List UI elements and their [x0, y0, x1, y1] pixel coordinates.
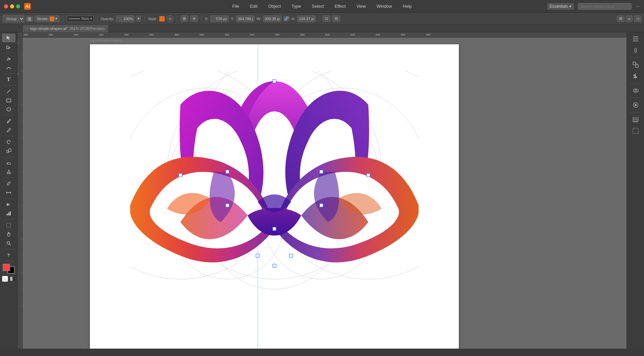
svg-rect-103	[273, 264, 276, 267]
grid-view-btn[interactable]: ⊞	[617, 15, 625, 22]
search-input[interactable]	[578, 3, 632, 10]
list-view-btn[interactable]: ≡	[626, 15, 633, 22]
tabbar: × logo-simple-shapes.ai* 361% (RGB/Previ…	[0, 25, 644, 32]
menu-view[interactable]: View	[355, 2, 368, 10]
align-panel-btn-side[interactable]	[629, 71, 642, 82]
arrange-btn[interactable]: ⊞	[26, 16, 33, 22]
transform-panel-btn[interactable]	[629, 59, 642, 70]
measure-tool-btn[interactable]	[2, 188, 15, 197]
canvas-work[interactable]: logo-simple-shapes	[23, 38, 627, 349]
svg-line-8	[7, 163, 8, 164]
style-color[interactable]	[159, 16, 165, 21]
h-input[interactable]	[297, 15, 316, 22]
artboard-tool-btn[interactable]	[2, 221, 15, 230]
fill-stroke-stack[interactable]	[3, 264, 15, 274]
type-tool-btn[interactable]: T	[2, 75, 15, 84]
direct-selection-tool-btn[interactable]	[2, 43, 15, 51]
collapse-btn[interactable]: ◁	[634, 15, 641, 22]
menu-select[interactable]: Select	[310, 2, 326, 10]
svg-rect-104	[633, 37, 638, 37]
x-input[interactable]	[210, 15, 229, 22]
main-area: T	[0, 32, 644, 349]
selection-tool-btn[interactable]	[2, 34, 15, 42]
menu-file[interactable]: File	[230, 2, 241, 10]
line-segment-tool-btn[interactable]	[2, 87, 15, 96]
align-panel-btn[interactable]: ⊟	[332, 15, 340, 22]
stroke-color-btn[interactable]: Stroke: ▾	[35, 15, 60, 22]
y-input[interactable]	[236, 15, 255, 22]
panel-sep-2	[630, 83, 641, 84]
svg-rect-96	[367, 173, 370, 177]
curvature-tool-btn[interactable]	[2, 63, 15, 72]
fullscreen-button[interactable]	[16, 4, 20, 8]
svg-rect-105	[633, 39, 638, 39]
group-selector: Group ⊞ Stroke: ▾	[3, 15, 60, 22]
close-tab-btn[interactable]: ×	[26, 27, 28, 30]
paintbrush-tool-btn[interactable]	[2, 117, 15, 125]
svg-text:420: 420	[99, 33, 104, 36]
more-options-button[interactable]: ···	[636, 3, 640, 9]
menu-window[interactable]: Window	[375, 2, 394, 10]
sep3	[144, 15, 145, 22]
libraries-panel-btn[interactable]	[629, 45, 642, 56]
svg-text:620: 620	[351, 33, 355, 36]
menu-object[interactable]: Object	[266, 2, 283, 10]
svg-line-22	[9, 244, 11, 245]
rectangle-tool-btn[interactable]	[2, 96, 15, 105]
svg-text:380: 380	[49, 33, 53, 36]
menu-help[interactable]: Help	[401, 2, 414, 10]
y-label: Y:	[231, 17, 234, 21]
sep5	[201, 15, 202, 22]
artboards-panel-btn[interactable]	[629, 125, 642, 136]
tool-sep-9	[3, 219, 14, 219]
color-mode-none[interactable]: ✕	[2, 276, 8, 282]
svg-rect-107	[633, 62, 636, 65]
svg-text:460: 460	[149, 33, 154, 36]
canvas-container: 360 380 400 420 440 460 480 500 520 540 …	[17, 32, 627, 349]
svg-rect-16	[7, 203, 11, 206]
w-input[interactable]	[263, 15, 281, 22]
object-type-select[interactable]: Group	[3, 15, 24, 22]
rotate-tool-btn[interactable]	[2, 138, 15, 146]
svg-line-1	[7, 90, 10, 93]
scissors-tool-btn[interactable]	[2, 167, 15, 176]
hand-tool-btn[interactable]	[2, 230, 15, 239]
pathfinder-panel-btn[interactable]	[629, 85, 642, 96]
align-distribute-btn[interactable]: ≋	[190, 15, 198, 22]
layers-panel-btn[interactable]	[629, 114, 642, 125]
view-options: ⊞ ≡ ◁	[617, 15, 641, 22]
properties-panel-btn[interactable]	[629, 34, 642, 44]
svg-rect-98	[320, 170, 323, 173]
eraser-tool-btn[interactable]	[2, 158, 15, 167]
transform-panel-btn[interactable]: ⊡	[323, 15, 330, 22]
transform-align-btn[interactable]: ⊞	[180, 15, 188, 22]
help-tool-btn[interactable]: ?	[2, 251, 15, 259]
menu-edit[interactable]: Edit	[248, 2, 259, 10]
opacity-input[interactable]	[116, 15, 135, 22]
stroke-preview[interactable]: Basic ▾	[67, 16, 94, 22]
gradient-tool-btn[interactable]	[2, 200, 15, 209]
svg-text:520: 520	[225, 33, 229, 36]
menu-type[interactable]: Type	[289, 2, 303, 10]
pencil-tool-btn[interactable]	[2, 126, 15, 135]
essentials-button[interactable]: Essentials ▾	[547, 3, 574, 10]
pen-tool-btn[interactable]	[2, 54, 15, 63]
ellipse-tool-btn[interactable]	[2, 105, 15, 114]
document-tab[interactable]: × logo-simple-shapes.ai* 361% (RGB/Previ…	[23, 25, 108, 32]
eyedropper-tool-btn[interactable]	[2, 179, 15, 188]
appearance-panel-btn[interactable]	[629, 100, 642, 110]
scale-tool-btn[interactable]	[2, 147, 15, 155]
zoom-tool-btn[interactable]	[2, 239, 15, 248]
fill-color-box[interactable]	[3, 264, 10, 271]
style-options-btn[interactable]: ◎	[167, 15, 173, 22]
svg-text:500: 500	[200, 33, 204, 36]
svg-point-21	[7, 242, 10, 244]
opacity-unit-btn[interactable]: ▾	[137, 16, 141, 21]
color-mode-gradient[interactable]	[9, 276, 15, 282]
menu-effect[interactable]: Effect	[333, 2, 348, 10]
chart-tool-btn[interactable]	[2, 209, 15, 218]
svg-rect-59	[17, 38, 23, 349]
minimize-button[interactable]	[10, 4, 14, 8]
constrain-proportions-btn[interactable]: 🔗	[283, 16, 289, 21]
close-button[interactable]	[4, 4, 8, 8]
